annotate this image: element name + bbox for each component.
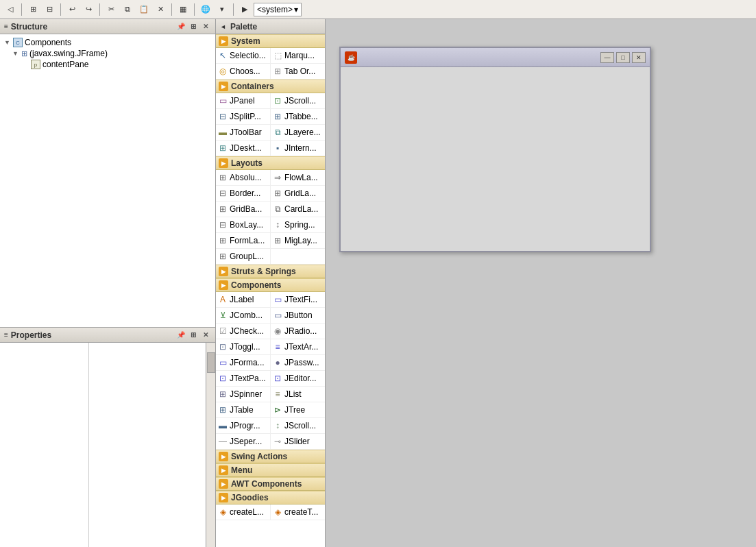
tree-components-root[interactable]: ▼ C Components [3, 37, 212, 48]
palette-item-jeditorpane[interactable]: ⊡ JEditor... [271, 371, 325, 386]
palette-item-flowlayout[interactable]: ⇒ FlowLa... [271, 170, 325, 185]
palette-item-choose[interactable]: ◎ Choos... [216, 64, 271, 79]
palette-item-formlayout[interactable]: ⊞ FormLa... [216, 233, 271, 248]
section-containers[interactable]: ▶ Containers [216, 80, 325, 93]
tree-contentpane[interactable]: ▼ p contentPane [3, 59, 212, 70]
jtextarea-icon: ≡ [273, 342, 282, 352]
palette-item-cardlayout[interactable]: ⧉ CardLa... [271, 202, 325, 217]
palette-item-jtextfield[interactable]: ▭ JTextFi... [271, 292, 325, 307]
palette-item-taborder[interactable]: ⊞ Tab Or... [271, 64, 325, 79]
palette-item-borderlayout[interactable]: ⊟ Border... [216, 186, 271, 201]
tree-jframe-label: (javax.swing.JFrame) [29, 49, 108, 58]
palette-item-createt[interactable]: ◈ createT... [271, 505, 325, 520]
properties-scrollbar[interactable] [206, 343, 215, 547]
palette-item-jtabbedpane[interactable]: ⊞ JTabbe... [271, 109, 325, 124]
palette-item-jtogglebutton[interactable]: ⊡ JToggl... [216, 339, 271, 354]
properties-pin-btn[interactable]: 📌 [175, 330, 186, 341]
structure-pin-btn[interactable]: 📌 [175, 21, 186, 32]
swing-close-btn[interactable]: ✕ [632, 52, 646, 63]
toolbar-cut-btn[interactable]: ✂ [103, 2, 119, 17]
palette-item-jtoolbar[interactable]: ▬ JToolBar [216, 125, 271, 140]
palette-item-jtextarea-label: JTextAr... [284, 342, 318, 352]
section-system[interactable]: ▶ System [216, 34, 325, 48]
palette-item-jpasswordfield[interactable]: ● JPassw... [271, 355, 325, 370]
palette-item-jprogressbar[interactable]: ▬ JProgr... [216, 418, 271, 433]
canvas-area[interactable]: ☕ — □ ✕ [326, 19, 756, 547]
jprogressbar-icon: ▬ [218, 421, 228, 430]
palette-item-jtable[interactable]: ⊞ JTable [216, 402, 271, 417]
palette-item-createl[interactable]: ◈ createL... [216, 505, 271, 520]
toolbar-structure-btn[interactable]: ⊞ [25, 2, 40, 17]
section-swing-actions[interactable]: ▶ Swing Actions [216, 450, 325, 463]
section-jgoodies[interactable]: ▶ JGoodies [216, 491, 325, 505]
toolbar-run-btn[interactable]: ▶ [237, 2, 252, 17]
palette-item-jslider[interactable]: ⊸ JSlider [271, 434, 325, 449]
palette-item-jbutton[interactable]: ▭ JButton [271, 308, 325, 323]
palette-item-jlayeredpane[interactable]: ⧉ JLayere... [271, 125, 325, 140]
system-dropdown[interactable]: <system> ▾ [254, 3, 302, 16]
palette-item-absolutelayout-label: Absolu... [230, 173, 262, 182]
palette-item-jformattedtextfield[interactable]: ▭ JForma... [216, 355, 271, 370]
jtree-icon: ⊳ [273, 405, 282, 415]
palette-item-jlabel[interactable]: A JLabel [216, 292, 271, 307]
palette-content: ▶ System ↖ Selectio... ⬚ Marqu... ◎ Choo… [216, 34, 325, 547]
toolbar-copy-btn[interactable]: ⧉ [120, 2, 135, 17]
swing-minimize-btn[interactable]: — [600, 52, 614, 63]
jgoodies-row-1: ◈ createL... ◈ createT... [216, 505, 325, 520]
toolbar-globe-btn[interactable]: 🌐 [198, 2, 213, 17]
section-components[interactable]: ▶ Components [216, 278, 325, 292]
section-struts[interactable]: ▶ Struts & Springs [216, 265, 325, 278]
grouplayout-icon: ⊞ [218, 252, 228, 261]
palette-item-jseparator[interactable]: — JSeper... [216, 434, 271, 449]
section-system-icon: ▶ [219, 36, 228, 46]
palette-item-jradiobutton[interactable]: ◉ JRadio... [271, 324, 325, 339]
tree-arrow-jframe: ▼ [12, 50, 19, 57]
properties-close-btn[interactable]: ✕ [200, 330, 211, 341]
swing-restore-btn[interactable]: □ [616, 52, 630, 63]
palette-item-marquee[interactable]: ⬚ Marqu... [271, 48, 325, 63]
palette-item-jdesktoppane[interactable]: ⊞ JDeskt... [216, 141, 271, 156]
palette-item-jscrollpane[interactable]: ⊡ JScroll... [271, 93, 325, 108]
section-awt[interactable]: ▶ AWT Components [216, 477, 325, 491]
palette-item-gridlayout[interactable]: ⊞ GridLa... [271, 186, 325, 201]
palette-item-jspinner[interactable]: ⊞ JSpinner [216, 387, 271, 402]
palette-item-jcheckbox[interactable]: ☑ JCheck... [216, 324, 271, 339]
section-awt-icon: ▶ [219, 479, 228, 489]
palette-item-springsummer[interactable]: ↕ Spring... [271, 217, 325, 232]
palette-item-gridbaglayout[interactable]: ⊞ GridBa... [216, 202, 271, 217]
structure-close-btn[interactable]: ✕ [200, 21, 211, 32]
section-menu[interactable]: ▶ Menu [216, 463, 325, 477]
palette-item-miglayout[interactable]: ⊞ MigLay... [271, 233, 325, 248]
toolbar-undo-btn[interactable]: ↩ [64, 2, 80, 17]
toolbar-redo-btn[interactable]: ↪ [81, 2, 96, 17]
toolbar-paste-btn[interactable]: 📋 [136, 2, 151, 17]
palette-item-jsplitpane[interactable]: ⊟ JSplitP... [216, 109, 271, 124]
palette-item-grouplayout[interactable]: ⊞ GroupL... [216, 249, 271, 264]
palette-item-jtree[interactable]: ⊳ JTree [271, 402, 325, 417]
section-layouts[interactable]: ▶ Layouts [216, 156, 325, 170]
palette-item-jtextpane[interactable]: ⊡ JTextPa... [216, 371, 271, 386]
palette-item-boxlayout[interactable]: ⊟ BoxLay... [216, 217, 271, 232]
toolbar-globe-dropdown[interactable]: ▾ [215, 2, 230, 17]
palette-item-jradiobutton-label: JRadio... [284, 326, 317, 336]
sep2 [60, 3, 61, 16]
structure-expand-btn[interactable]: ⊞ [188, 21, 199, 32]
palette-item-jpanel[interactable]: ▭ JPanel [216, 93, 271, 108]
toolbar-back-btn[interactable]: ◁ [3, 2, 18, 17]
palette-item-jinternalframe[interactable]: ▪ JIntern... [271, 141, 325, 156]
palette-item-jtextarea[interactable]: ≡ JTextAr... [271, 339, 325, 354]
toolbar-delete-btn[interactable]: ✕ [153, 2, 168, 17]
palette-item-jscrollbar[interactable]: ↕ JScroll... [271, 418, 325, 433]
palette-item-absolutelayout[interactable]: ⊞ Absolu... [216, 170, 271, 185]
palette-item-jlist[interactable]: ≡ JList [271, 387, 325, 402]
components-row-3: ☑ JCheck... ◉ JRadio... [216, 324, 325, 339]
properties-expand-btn[interactable]: ⊞ [188, 330, 199, 341]
palette-item-jcombobox-label: JComb... [230, 311, 263, 320]
toolbar-palette-btn[interactable]: ⊟ [42, 2, 57, 17]
palette-item-selection[interactable]: ↖ Selectio... [216, 48, 271, 63]
palette-item-jcombobox[interactable]: ⊻ JComb... [216, 308, 271, 323]
properties-title: Properties [11, 330, 51, 340]
palette-item-selection-label: Selectio... [230, 51, 266, 60]
toolbar-frame-btn[interactable]: ▦ [175, 2, 191, 17]
tree-jframe[interactable]: ▼ ⊞ (javax.swing.JFrame) [3, 48, 212, 59]
